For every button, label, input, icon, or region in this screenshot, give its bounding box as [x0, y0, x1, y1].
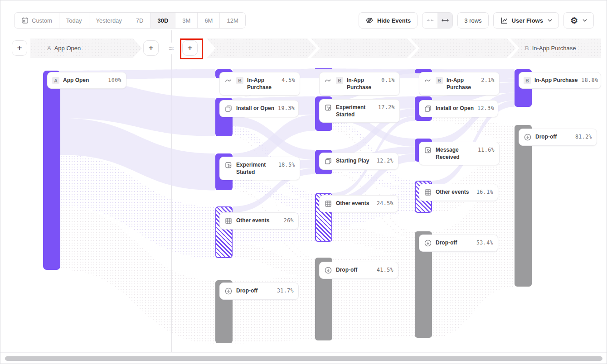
- node-label: Experiment Started: [236, 161, 275, 176]
- node-label: In-App Purchase: [347, 77, 378, 91]
- flow-node-other-events[interactable]: Other events 24.5%: [319, 195, 398, 212]
- flow-node-app-open[interactable]: A App Open 100%: [47, 72, 126, 89]
- copy-icon: [324, 157, 332, 165]
- flow-ribbon: [233, 243, 315, 277]
- node-label: Starting Play: [336, 157, 369, 164]
- node-label: In-App Purchase: [247, 77, 278, 91]
- flow-node-experiment-started[interactable]: Experiment Started 17.2%: [319, 99, 400, 123]
- node-label: In-App Purchase: [447, 77, 477, 91]
- node-badge: B: [336, 77, 343, 84]
- flow-node-experiment-started[interactable]: Experiment Started 18.5%: [219, 157, 300, 180]
- dropoff-icon: [324, 266, 332, 274]
- node-label: Install or Open: [236, 105, 274, 112]
- node-percentage: 41.5%: [377, 266, 393, 273]
- action-icon: [224, 161, 233, 169]
- action-icon: [324, 104, 332, 112]
- skip-icon: [224, 77, 233, 85]
- flow-node-install-or-open[interactable]: Install or Open 19.3%: [219, 100, 299, 117]
- node-percentage: 18.5%: [278, 161, 295, 168]
- node-badge: B: [436, 77, 443, 84]
- node-percentage: 4.5%: [282, 77, 295, 83]
- copy-icon: [424, 105, 432, 113]
- skip-icon: [424, 77, 432, 85]
- node-badge: B: [524, 77, 531, 84]
- node-label: Drop-off: [436, 239, 457, 246]
- dropoff-icon: [224, 287, 233, 295]
- flow-bar-app-open[interactable]: [43, 71, 60, 270]
- flow-node-in-app-purchase[interactable]: B In-App Purchase 0.1%: [319, 72, 400, 96]
- node-label: Drop-off: [336, 266, 357, 273]
- node-label: Message Received: [436, 146, 474, 161]
- node-label: Install or Open: [436, 105, 474, 112]
- node-percentage: 12.2%: [377, 157, 393, 164]
- flow-node-message-received[interactable]: Message Received 11.6%: [419, 142, 500, 165]
- node-badge: A: [52, 77, 59, 84]
- flow-node-in-app-purchase[interactable]: B In-App Purchase 2.1%: [419, 72, 500, 96]
- node-label: Experiment Started: [336, 104, 374, 118]
- node-percentage: 11.6%: [478, 146, 495, 153]
- flow-node-drop-off[interactable]: Drop-off 41.5%: [319, 262, 398, 279]
- flow-node-in-app-purchase[interactable]: B In-App Purchase 18.8%: [519, 72, 601, 89]
- action-icon: [424, 146, 432, 154]
- flow-node-install-or-open[interactable]: Install or Open 12.3%: [419, 100, 498, 117]
- grid-icon: [424, 188, 432, 196]
- node-badge: B: [236, 77, 243, 84]
- node-label: Other events: [236, 217, 269, 224]
- node-label: App Open: [63, 77, 89, 84]
- node-label: Drop-off: [535, 133, 557, 140]
- node-percentage: 12.3%: [477, 105, 494, 111]
- node-percentage: 0.1%: [381, 77, 395, 83]
- node-percentage: 24.5%: [377, 200, 393, 206]
- node-label: Other events: [336, 200, 369, 207]
- node-percentage: 16.1%: [476, 188, 493, 195]
- node-percentage: 2.1%: [481, 77, 495, 83]
- node-percentage: 81.2%: [575, 133, 592, 140]
- flow-node-starting-play[interactable]: Starting Play 12.2%: [319, 153, 398, 170]
- dropoff-icon: [424, 239, 432, 247]
- node-percentage: 53.4%: [476, 239, 493, 246]
- flow-node-drop-off[interactable]: Drop-off 31.7%: [219, 283, 299, 300]
- flows-canvas: A App Open 100% B In-App Purchase 4.5% I…: [0, 0, 607, 364]
- node-label: In-App Purchase: [534, 77, 578, 84]
- node-percentage: 31.7%: [277, 287, 294, 294]
- grid-icon: [324, 200, 332, 208]
- flow-bar-in-app-purchase[interactable]: [315, 68, 332, 69]
- node-percentage: 18.8%: [581, 77, 598, 83]
- skip-icon: [324, 77, 332, 85]
- user-flows-report: Custom Today Yesterday 7D 30D 3M 6M 12M: [0, 0, 607, 364]
- node-percentage: 26%: [284, 217, 294, 224]
- node-percentage: 17.2%: [378, 104, 395, 110]
- copy-icon: [224, 105, 233, 113]
- grid-icon: [224, 217, 233, 225]
- flow-node-in-app-purchase[interactable]: B In-App Purchase 4.5%: [219, 72, 300, 96]
- node-label: Drop-off: [236, 287, 257, 294]
- node-percentage: 100%: [108, 77, 121, 83]
- flow-node-other-events[interactable]: Other events 16.1%: [419, 184, 498, 201]
- flow-bar-drop-off[interactable]: [515, 125, 532, 287]
- node-percentage: 19.3%: [278, 105, 295, 111]
- flow-node-drop-off[interactable]: Drop-off 81.2%: [519, 129, 597, 146]
- node-label: Other events: [436, 188, 469, 196]
- flow-node-other-events[interactable]: Other events 26%: [219, 212, 299, 230]
- dropoff-icon: [524, 133, 532, 141]
- flow-node-drop-off[interactable]: Drop-off 53.4%: [419, 235, 498, 252]
